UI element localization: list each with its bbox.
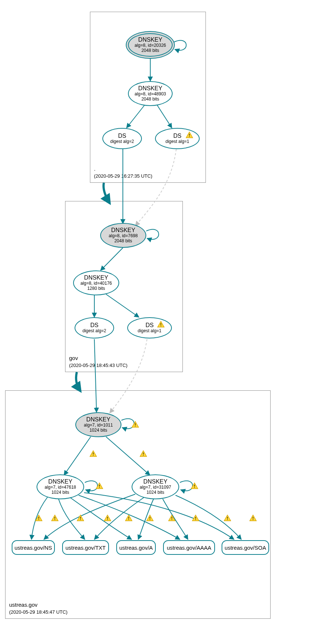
svg-rect-20 bbox=[107, 517, 108, 519]
zone-ustreas-label: ustreas.gov (2020-05-29 18:45:47 UTC) bbox=[9, 601, 68, 615]
zone-gov-name: gov bbox=[69, 355, 78, 361]
warn-icon bbox=[192, 515, 199, 521]
svg-rect-9 bbox=[143, 455, 144, 456]
svg-rect-6 bbox=[93, 452, 94, 454]
node-root-ds1: DS digest alg=1 bbox=[155, 128, 200, 149]
warn-icon bbox=[186, 132, 193, 138]
warn-icon bbox=[90, 450, 97, 457]
zone-ustreas-name: ustreas.gov bbox=[9, 602, 38, 608]
svg-rect-18 bbox=[80, 517, 81, 519]
svg-rect-32 bbox=[253, 517, 253, 519]
warn-icon bbox=[140, 450, 147, 457]
warn-icon bbox=[168, 515, 176, 521]
warn-icon bbox=[35, 515, 42, 521]
node-title: DNSKEY bbox=[138, 37, 162, 43]
svg-rect-16 bbox=[54, 517, 55, 519]
zone-root-label: . (2020-05-29 16:27:35 UTC) bbox=[94, 165, 152, 179]
svg-rect-23 bbox=[128, 519, 129, 520]
warn-icon bbox=[191, 482, 198, 489]
svg-rect-2 bbox=[161, 323, 161, 325]
warn-icon bbox=[96, 482, 103, 489]
node-gov-zsk: DNSKEY alg=8, id=40176 1280 bits bbox=[73, 270, 119, 295]
svg-rect-11 bbox=[99, 487, 100, 488]
rr-ns: ustreas.gov/NS bbox=[12, 540, 55, 555]
zone-gov-label: gov (2020-05-29 18:45:43 UTC) bbox=[69, 355, 128, 369]
svg-rect-8 bbox=[143, 452, 144, 454]
svg-rect-1 bbox=[189, 136, 190, 137]
svg-rect-15 bbox=[38, 519, 39, 520]
rr-soa: ustreas.gov/SOA bbox=[222, 540, 269, 555]
svg-rect-33 bbox=[253, 519, 253, 520]
node-ut-zsk1: DNSKEY alg=7, id=47618 1024 bits bbox=[37, 474, 84, 499]
svg-rect-10 bbox=[99, 485, 100, 486]
warn-icon bbox=[224, 515, 231, 521]
svg-rect-26 bbox=[171, 517, 172, 519]
warn-icon bbox=[157, 321, 165, 327]
svg-rect-19 bbox=[80, 519, 81, 520]
zone-root-ts: (2020-05-29 16:27:35 UTC) bbox=[94, 173, 152, 179]
warn-icon bbox=[77, 515, 84, 521]
svg-rect-12 bbox=[194, 485, 195, 486]
svg-rect-4 bbox=[135, 423, 136, 425]
svg-rect-29 bbox=[195, 519, 196, 520]
node-root-ksk: DNSKEY alg=8, id=20326 2048 bits bbox=[126, 31, 175, 59]
svg-rect-7 bbox=[93, 455, 94, 456]
node-gov-ds1: DS digest alg=1 bbox=[127, 317, 172, 338]
warn-icon bbox=[132, 421, 139, 428]
node-ut-ksk: DNSKEY alg=7, id=1011 1024 bits bbox=[75, 412, 121, 437]
rr-a: ustreas.gov/A bbox=[116, 540, 156, 555]
svg-rect-21 bbox=[107, 519, 108, 520]
warn-icon bbox=[249, 515, 257, 521]
svg-rect-28 bbox=[195, 517, 196, 519]
zone-root-name: . bbox=[94, 166, 95, 172]
warn-icon bbox=[104, 515, 111, 521]
svg-rect-0 bbox=[189, 134, 190, 136]
svg-rect-25 bbox=[150, 519, 150, 520]
svg-rect-5 bbox=[135, 426, 136, 427]
svg-rect-30 bbox=[227, 517, 228, 519]
svg-rect-27 bbox=[171, 519, 172, 520]
rr-txt: ustreas.gov/TXT bbox=[62, 540, 109, 555]
svg-rect-24 bbox=[150, 517, 150, 519]
warn-icon bbox=[51, 515, 59, 521]
node-root-ds2: DS digest alg=2 bbox=[102, 128, 142, 149]
svg-rect-22 bbox=[128, 517, 129, 519]
node-line2: 2048 bits bbox=[142, 48, 159, 53]
warn-icon bbox=[146, 515, 154, 521]
node-gov-ds2: DS digest alg=2 bbox=[75, 317, 114, 338]
node-gov-ksk: DNSKEY alg=8, id=7698 2048 bits bbox=[100, 223, 146, 248]
zone-ustreas-ts: (2020-05-29 18:45:47 UTC) bbox=[9, 609, 68, 615]
warn-icon bbox=[125, 515, 132, 521]
svg-rect-17 bbox=[54, 519, 55, 520]
rr-aaaa: ustreas.gov/AAAA bbox=[163, 540, 215, 555]
zone-gov-ts: (2020-05-29 18:45:43 UTC) bbox=[69, 363, 128, 368]
node-ut-zsk2: DNSKEY alg=7, id=31097 1024 bits bbox=[132, 474, 179, 499]
node-root-zsk: DNSKEY alg=8, id=48903 2048 bits bbox=[128, 81, 173, 106]
svg-rect-14 bbox=[38, 517, 39, 519]
svg-rect-3 bbox=[161, 326, 161, 326]
svg-rect-13 bbox=[194, 487, 195, 488]
svg-rect-31 bbox=[227, 519, 228, 520]
node-line1: alg=8, id=20326 bbox=[135, 43, 166, 48]
